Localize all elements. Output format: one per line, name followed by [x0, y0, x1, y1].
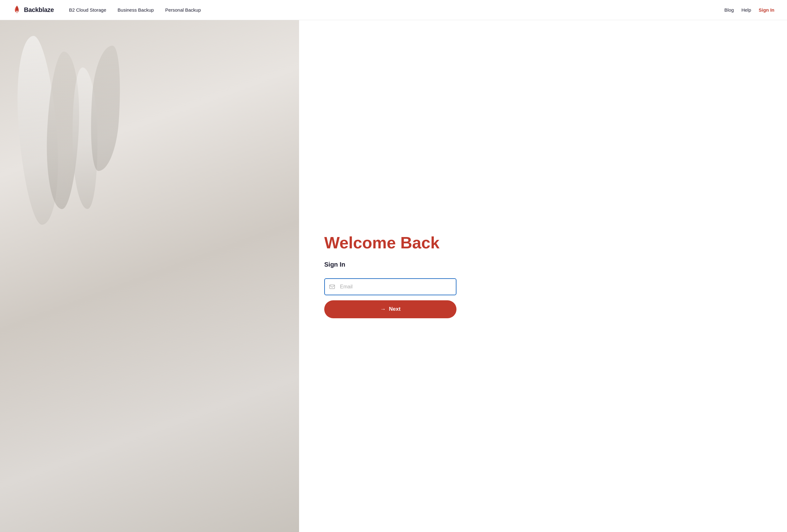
email-field[interactable] — [324, 278, 456, 295]
signin-label: Sign In — [324, 261, 456, 268]
svg-rect-0 — [329, 285, 335, 289]
welcome-title: Welcome Back — [324, 234, 456, 252]
email-input-wrapper — [324, 278, 456, 295]
page-layout: Welcome Back Sign In → Next — [0, 20, 787, 532]
right-panel: Welcome Back Sign In → Next — [299, 20, 787, 532]
blog-link[interactable]: Blog — [724, 7, 734, 13]
main-nav: B2 Cloud Storage Business Backup Persona… — [69, 7, 724, 13]
logo-link[interactable]: Backblaze — [13, 5, 54, 15]
decorative-panel — [0, 20, 299, 532]
next-button[interactable]: → Next — [324, 300, 456, 318]
wave-shape-4 — [87, 44, 124, 172]
brand-name: Backblaze — [24, 6, 54, 14]
nav-item-b2-cloud-storage[interactable]: B2 Cloud Storage — [69, 7, 106, 13]
signin-link[interactable]: Sign In — [759, 7, 774, 13]
flame-icon — [13, 5, 21, 15]
nav-item-personal-backup[interactable]: Personal Backup — [165, 7, 201, 13]
arrow-right-icon: → — [380, 306, 386, 313]
next-button-label: Next — [389, 306, 401, 312]
navbar: Backblaze B2 Cloud Storage Business Back… — [0, 0, 787, 20]
help-link[interactable]: Help — [741, 7, 751, 13]
envelope-icon — [329, 284, 335, 289]
navbar-right: Blog Help Sign In — [724, 7, 774, 13]
nav-item-business-backup[interactable]: Business Backup — [118, 7, 154, 13]
signin-container: Welcome Back Sign In → Next — [324, 234, 456, 318]
